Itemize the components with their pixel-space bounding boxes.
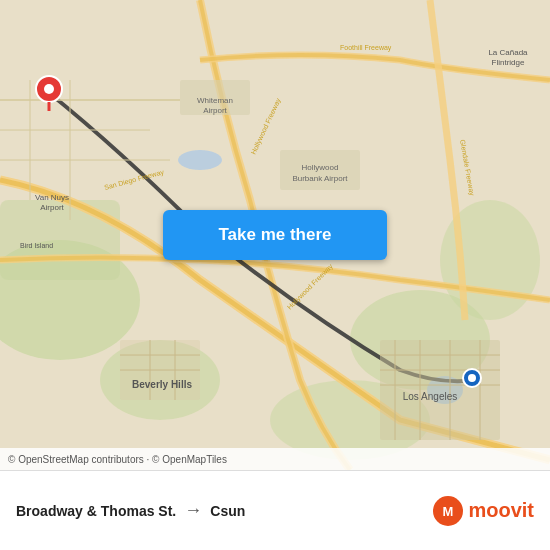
moovit-text: moovit: [468, 499, 534, 522]
svg-text:La Cañada: La Cañada: [488, 48, 528, 57]
attribution-text: © OpenStreetMap contributors · © OpenMap…: [8, 454, 227, 465]
map-attribution: © OpenStreetMap contributors · © OpenMap…: [0, 448, 550, 470]
origin-pin: [35, 75, 63, 115]
map-container: Whiteman Airport Hollywood Burbank Airpo…: [0, 0, 550, 470]
destination-label: Csun: [210, 503, 245, 519]
svg-text:Beverly Hills: Beverly Hills: [132, 379, 192, 390]
svg-text:Foothill Freeway: Foothill Freeway: [340, 44, 392, 52]
moovit-icon: M: [432, 495, 464, 527]
moovit-logo: M moovit: [432, 495, 534, 527]
svg-point-8: [178, 150, 222, 170]
svg-text:Flintridge: Flintridge: [492, 58, 525, 67]
route-arrow: →: [184, 500, 202, 521]
svg-text:M: M: [443, 504, 454, 519]
svg-text:Burbank Airport: Burbank Airport: [292, 174, 348, 183]
svg-text:Airport: Airport: [203, 106, 227, 115]
svg-text:Whiteman: Whiteman: [197, 96, 233, 105]
svg-text:Hollywood: Hollywood: [302, 163, 339, 172]
svg-text:Van Nuys: Van Nuys: [35, 193, 69, 202]
route-info: Broadway & Thomas St. → Csun: [16, 500, 432, 521]
destination-pin: [462, 368, 482, 392]
svg-point-49: [468, 374, 476, 382]
svg-text:Bird Island: Bird Island: [20, 242, 53, 249]
take-me-there-button[interactable]: Take me there: [163, 210, 387, 260]
origin-label: Broadway & Thomas St.: [16, 503, 176, 519]
svg-text:Airport: Airport: [40, 203, 64, 212]
footer: Broadway & Thomas St. → Csun M moovit: [0, 470, 550, 550]
svg-text:Los Angeles: Los Angeles: [403, 391, 458, 402]
svg-point-47: [44, 84, 54, 94]
